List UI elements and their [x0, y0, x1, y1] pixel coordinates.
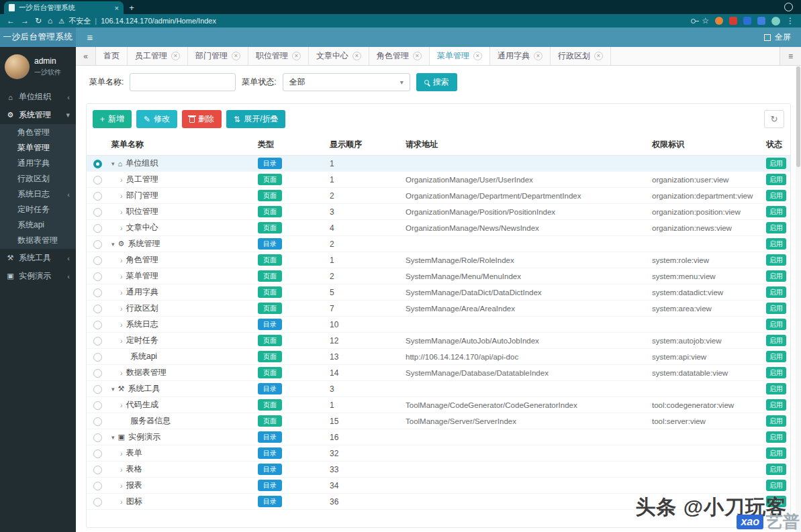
tab-item-8[interactable]: 行政区划×: [551, 47, 611, 65]
tab-item-7[interactable]: 通用字典×: [490, 47, 551, 65]
extension-icon-1[interactable]: [715, 17, 723, 25]
tree-expand-icon[interactable]: ›: [120, 498, 123, 506]
row-radio[interactable]: [93, 337, 102, 345]
tab-close-icon[interactable]: ×: [352, 52, 361, 60]
row-radio[interactable]: [93, 353, 102, 362]
tree-expand-icon[interactable]: ›: [120, 288, 123, 297]
new-tab-button[interactable]: +: [124, 1, 140, 14]
tree-collapse-icon[interactable]: ▾: [111, 434, 115, 441]
tree-collapse-icon[interactable]: ▾: [111, 386, 115, 392]
table-row[interactable]: ›代码生成页面1ToolManage/CodeGenerator/CodeGen…: [87, 397, 790, 413]
tree-expand-icon[interactable]: ›: [120, 401, 123, 409]
row-radio[interactable]: [93, 466, 102, 474]
add-button[interactable]: + 新增: [93, 110, 132, 128]
tree-node[interactable]: ›角色管理: [120, 254, 251, 266]
tree-node[interactable]: ›定时任务: [120, 335, 251, 346]
tree-node[interactable]: 系统api: [120, 351, 251, 362]
tree-expand-icon[interactable]: ›: [120, 208, 123, 216]
sidebar-subitem-1-7[interactable]: 数据表管理: [0, 233, 76, 248]
tab-close-icon[interactable]: ×: [292, 52, 301, 60]
table-row[interactable]: ›角色管理页面1SystemManage/Role/RoleIndexsyste…: [87, 252, 790, 268]
delete-button[interactable]: 删除: [182, 110, 222, 128]
tab-item-4[interactable]: 文章中心×: [309, 47, 369, 65]
tree-node[interactable]: 服务器信息: [120, 415, 251, 427]
browser-menu-icon[interactable]: ⋮: [786, 16, 794, 25]
sidebar-subitem-1-1[interactable]: 菜单管理: [0, 140, 76, 156]
row-radio[interactable]: [93, 321, 102, 329]
table-row[interactable]: ▾⚙系统管理目录2启用: [87, 236, 790, 252]
row-radio[interactable]: [93, 449, 102, 458]
browser-tab[interactable]: 一沙后台管理系统 ×: [4, 1, 124, 14]
tree-expand-icon[interactable]: ›: [120, 337, 123, 345]
table-row[interactable]: 系统api页面13http://106.14.124.170/api/api-d…: [87, 349, 790, 365]
row-radio[interactable]: [93, 208, 102, 217]
row-radio[interactable]: [93, 272, 102, 281]
tab-close-icon[interactable]: ×: [594, 52, 603, 60]
tree-node[interactable]: ›数据表管理: [120, 367, 251, 378]
row-radio[interactable]: [93, 305, 102, 313]
tree-expand-icon[interactable]: ›: [120, 176, 123, 184]
table-row[interactable]: ›职位管理页面3OrganizationManage/Position/Posi…: [87, 204, 790, 220]
tab-item-2[interactable]: 部门管理×: [188, 47, 248, 65]
table-row[interactable]: ›表单目录32启用: [87, 445, 790, 462]
table-row[interactable]: ›报表目录34启用: [87, 478, 790, 494]
row-radio[interactable]: [93, 176, 102, 184]
tree-node[interactable]: ›行政区划: [120, 303, 251, 314]
tree-node[interactable]: ›表格: [120, 464, 251, 475]
tree-node[interactable]: ›代码生成: [120, 399, 251, 411]
sidebar-subitem-1-6[interactable]: 系统api: [0, 217, 76, 233]
sidebar-subitem-1-2[interactable]: 通用字典: [0, 156, 76, 171]
row-radio[interactable]: [93, 482, 102, 490]
sidebar-subitem-1-3[interactable]: 行政区划: [0, 171, 76, 187]
search-button[interactable]: 搜索: [416, 73, 457, 91]
back-icon[interactable]: ←: [7, 16, 15, 25]
tree-node[interactable]: ›图标: [120, 496, 251, 507]
table-row[interactable]: ›行政区划页面7SystemManage/Area/AreaIndexsyste…: [87, 301, 790, 317]
address-field[interactable]: ⚠ 不安全 | 106.14.124.170/admin/Home/Index: [58, 16, 685, 26]
tree-node[interactable]: ▾▣实例演示: [111, 431, 251, 443]
tab-close-icon[interactable]: ×: [115, 4, 119, 12]
tab-item-6[interactable]: 菜单管理×: [430, 47, 490, 65]
tree-node[interactable]: ›报表: [120, 480, 251, 491]
tree-expand-icon[interactable]: ›: [120, 256, 123, 264]
tree-collapse-icon[interactable]: ▾: [111, 241, 115, 248]
tree-expand-icon[interactable]: ›: [120, 466, 123, 474]
tree-expand-icon[interactable]: ›: [120, 369, 123, 377]
tree-node[interactable]: ▾⚙系统管理: [111, 238, 251, 250]
extension-icon-3[interactable]: [743, 17, 751, 25]
tree-expand-icon[interactable]: ›: [120, 482, 123, 490]
row-radio[interactable]: [93, 369, 102, 378]
table-row[interactable]: ›部门管理页面2OrganizationManage/Department/De…: [87, 188, 790, 204]
sidebar-subitem-1-0[interactable]: 角色管理: [0, 125, 76, 140]
scrollbar-thumb[interactable]: [796, 66, 800, 167]
tab-close-icon[interactable]: ×: [171, 52, 180, 60]
tab-item-3[interactable]: 职位管理×: [248, 47, 309, 65]
refresh-icon[interactable]: ↻: [35, 16, 42, 25]
key-icon[interactable]: [691, 19, 696, 23]
table-row[interactable]: ▾⌂单位组织目录1启用: [87, 156, 790, 172]
menu-status-select[interactable]: 全部 ▾: [283, 73, 410, 91]
table-row[interactable]: ▾▣实例演示目录16启用: [87, 429, 790, 445]
tab-item-5[interactable]: 角色管理×: [369, 47, 430, 65]
browser-profile-avatar[interactable]: [771, 17, 780, 25]
table-row[interactable]: ›菜单管理页面2SystemManage/Menu/MenuIndexsyste…: [87, 268, 790, 284]
sidebar-subitem-1-5[interactable]: 定时任务: [0, 202, 76, 217]
edit-button[interactable]: ✎ 修改: [136, 110, 177, 128]
tree-expand-icon[interactable]: ›: [120, 321, 123, 329]
sidebar-item-3[interactable]: ▣实例演示‹: [0, 267, 76, 285]
sidebar-item-1[interactable]: ⚙系统管理▾: [0, 106, 76, 124]
home-icon[interactable]: ⌂: [48, 16, 52, 25]
row-radio[interactable]: [93, 240, 102, 249]
circle-icon[interactable]: [784, 3, 793, 11]
tree-node[interactable]: ›员工管理: [120, 174, 251, 185]
vertical-scrollbar[interactable]: [796, 66, 801, 532]
row-radio[interactable]: [93, 401, 102, 410]
tree-expand-icon[interactable]: ›: [120, 449, 123, 458]
tree-node[interactable]: ›通用字典: [120, 286, 251, 298]
avatar[interactable]: [5, 54, 30, 79]
sidebar-subitem-1-4[interactable]: 系统日志‹: [0, 187, 76, 202]
table-row[interactable]: ›通用字典页面5SystemManage/DataDict/DataDictIn…: [87, 284, 790, 301]
extension-icon-2[interactable]: [729, 17, 737, 25]
sidebar-item-0[interactable]: ⌂单位组织‹: [0, 88, 76, 106]
sidebar-toggle-icon[interactable]: ≡: [76, 28, 104, 47]
